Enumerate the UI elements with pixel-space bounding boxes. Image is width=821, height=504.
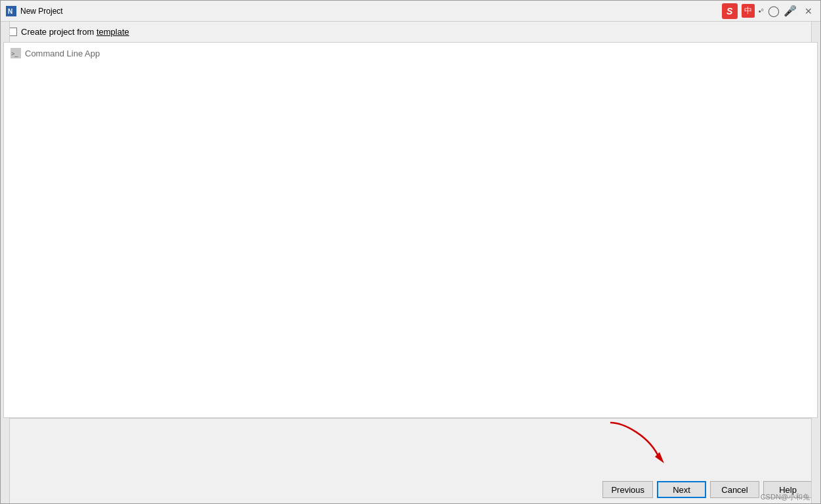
next-button[interactable]: Next — [657, 481, 706, 498]
bottom-bar: Previous Next Cancel Help — [1, 418, 820, 503]
title-bar: N New Project S 中 •° ◯ 🎤 ✕ — [1, 1, 820, 22]
create-from-template-label: Create project from template — [21, 27, 129, 37]
sogou-person-icon[interactable]: ◯ — [768, 5, 780, 17]
label-underline: template — [96, 27, 129, 37]
svg-text:N: N — [8, 8, 12, 15]
sogou-toolbar: S 中 •° ◯ 🎤 — [722, 3, 797, 19]
dialog-content: Create project from template >_ Command … — [1, 22, 820, 503]
sogou-s-icon[interactable]: S — [722, 3, 738, 19]
main-panel: >_ Command Line App — [3, 42, 818, 418]
template-item-label: Command Line App — [25, 49, 100, 58]
label-prefix: Create project from — [21, 27, 96, 37]
template-item-command-line[interactable]: >_ Command Line App — [7, 45, 814, 61]
cancel-button[interactable]: Cancel — [710, 481, 759, 498]
checkbox-row: Create project from template — [1, 22, 820, 42]
button-row: Previous Next Cancel Help — [1, 476, 820, 503]
terminal-icon: >_ — [11, 48, 21, 58]
bottom-spacer — [1, 419, 820, 476]
app-icon: N — [6, 6, 16, 16]
dialog-title: New Project — [20, 7, 722, 16]
new-project-dialog: N New Project S 中 •° ◯ 🎤 ✕ Create projec… — [0, 0, 821, 504]
close-button[interactable]: ✕ — [802, 5, 815, 18]
sogou-mic-icon[interactable]: 🎤 — [784, 5, 797, 17]
svg-text:>_: >_ — [11, 51, 18, 57]
template-list: >_ Command Line App — [4, 43, 817, 64]
sogou-dots: •° — [759, 7, 764, 15]
sogou-cn-button[interactable]: 中 — [742, 4, 755, 18]
previous-button[interactable]: Previous — [602, 481, 653, 498]
watermark: CSDN@小和兔 — [761, 492, 810, 502]
